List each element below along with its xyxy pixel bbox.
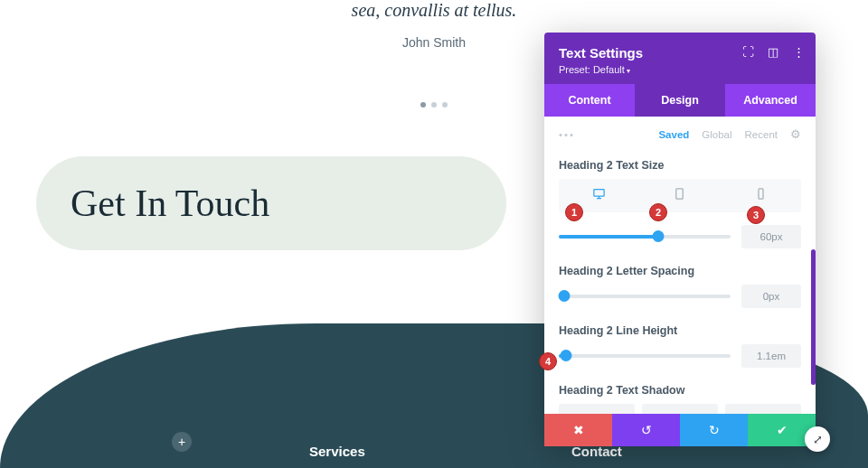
text-size-value[interactable]: 60px <box>741 225 801 248</box>
letter-spacing-value[interactable]: 0px <box>741 285 801 308</box>
text-size-label: Heading 2 Text Size <box>559 159 801 172</box>
tablet-icon <box>673 187 686 201</box>
undo-button[interactable]: ↺ <box>612 414 680 446</box>
tab-design[interactable]: Design <box>635 84 725 117</box>
expand-button[interactable]: ⤢ <box>805 426 830 452</box>
letter-spacing-label: Heading 2 Letter Spacing <box>559 265 801 277</box>
redo-button[interactable]: ↻ <box>680 414 748 446</box>
scroll-indicator[interactable] <box>811 249 816 385</box>
desktop-icon <box>592 187 606 201</box>
layout-icon[interactable]: ◫ <box>767 45 779 58</box>
testimonial-quote: sea, convallis at tellus. <box>0 0 868 21</box>
annotation-badge-4: 4 <box>539 352 557 370</box>
annotation-badge-1: 1 <box>565 203 583 221</box>
svg-rect-2 <box>759 189 763 199</box>
preset-dropdown[interactable]: Preset: Default <box>559 64 801 75</box>
panel-body: ••• Saved Global Recent ⚙ Heading 2 Text… <box>544 117 816 414</box>
annotation-badge-2: 2 <box>649 203 667 221</box>
add-section-button[interactable]: + <box>172 432 192 452</box>
more-options-icon[interactable]: ••• <box>559 129 575 140</box>
text-settings-panel: Text Settings Preset: Default ⛶ ◫ ⋮ Cont… <box>544 33 816 446</box>
more-icon[interactable]: ⋮ <box>792 45 805 58</box>
responsive-tabs <box>559 179 801 212</box>
footer-contact-column: Contact <box>571 444 622 464</box>
hero-section[interactable]: Get In Touch <box>36 156 506 250</box>
tab-content[interactable]: Content <box>544 84 635 117</box>
text-size-slider[interactable] <box>559 235 731 239</box>
filter-recent[interactable]: Recent <box>745 129 778 140</box>
line-height-label: Heading 2 Line Height <box>559 324 801 337</box>
svg-rect-0 <box>594 190 604 197</box>
shadow-option-2[interactable]: aA <box>725 404 801 414</box>
gear-icon[interactable]: ⚙ <box>790 127 801 141</box>
panel-header[interactable]: Text Settings Preset: Default ⛶ ◫ ⋮ <box>544 33 816 84</box>
footer-services-heading: Services <box>309 444 365 459</box>
hero-heading: Get In Touch <box>71 182 472 225</box>
focus-icon[interactable]: ⛶ <box>741 45 754 58</box>
line-height-slider[interactable] <box>559 354 731 358</box>
tab-advanced[interactable]: Advanced <box>725 84 816 117</box>
close-button[interactable]: ✖ <box>544 414 612 446</box>
annotation-badge-3: 3 <box>747 206 765 224</box>
panel-tabs: Content Design Advanced <box>544 84 816 117</box>
text-shadow-label: Heading 2 Text Shadow <box>559 384 801 397</box>
phone-icon <box>754 187 768 201</box>
shadow-none[interactable] <box>559 404 635 414</box>
line-height-value[interactable]: 1.1em <box>741 344 801 368</box>
filter-saved[interactable]: Saved <box>658 129 689 140</box>
footer-services-column: Services <box>309 444 365 464</box>
filter-global[interactable]: Global <box>702 129 731 140</box>
letter-spacing-slider[interactable] <box>559 295 731 298</box>
panel-footer: ✖ ↺ ↻ ✔ <box>544 414 816 446</box>
filter-row: ••• Saved Global Recent ⚙ <box>559 117 801 150</box>
svg-rect-1 <box>676 189 684 199</box>
shadow-option-1[interactable]: aA <box>642 404 718 414</box>
